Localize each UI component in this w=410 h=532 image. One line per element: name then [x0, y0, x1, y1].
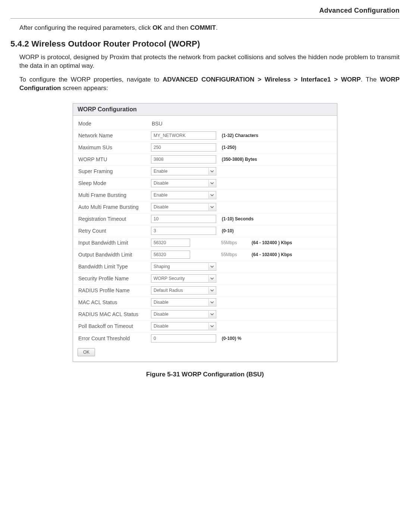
- select-sec-profile[interactable]: WORP Security: [151, 274, 216, 283]
- intro-ok-bold: OK: [152, 24, 162, 31]
- label-reg-timeout: Registration Timeout: [78, 214, 151, 223]
- row-sec-profile: Security Profile Name WORP Security: [73, 273, 337, 285]
- row-amfb: Auto Multi Frame Bursting Disable: [73, 201, 337, 213]
- intro-text-e: .: [216, 24, 218, 31]
- input-reg-timeout[interactable]: [151, 215, 216, 223]
- row-mfb: Multi Frame Bursting Enable: [73, 189, 337, 201]
- select-poll-backoff-value: Disable: [154, 324, 168, 329]
- select-bw-type[interactable]: Shaping: [151, 262, 216, 271]
- select-amfb[interactable]: Disable: [151, 203, 216, 211]
- nav-text-c: . The: [361, 76, 380, 83]
- label-radius-profile: RADIUS Profile Name: [78, 286, 151, 295]
- label-mode: Mode: [78, 119, 151, 128]
- chevron-down-icon: [208, 287, 215, 294]
- worp-config-panel: WORP Configuration Mode BSU Network Name…: [73, 103, 337, 362]
- label-radius-mac-acl: RADIUS MAC ACL Status: [78, 310, 151, 319]
- intro-commit-bold: COMMIT: [190, 24, 216, 31]
- input-out-bw[interactable]: [151, 251, 190, 259]
- intro-text-a: After configuring the required parameter…: [19, 24, 152, 31]
- label-sec-profile: Security Profile Name: [78, 274, 151, 283]
- row-bw-type: Bandwidth Limit Type Shaping: [73, 261, 337, 273]
- row-radius-mac-acl: RADIUS MAC ACL Status Disable: [73, 309, 337, 321]
- hint-out-bw: (64 - 102400 ) Kbps: [248, 252, 332, 257]
- worp-description: WORP is protocol, designed by Proxim tha…: [10, 53, 400, 70]
- chevron-down-icon: [208, 323, 215, 329]
- select-radius-profile[interactable]: Default Radius: [151, 286, 216, 294]
- header-divider: [10, 18, 400, 19]
- select-mfb[interactable]: Enable: [151, 191, 216, 199]
- panel-title: WORP Configuration: [73, 103, 337, 116]
- label-super-framing: Super Framing: [78, 167, 151, 176]
- label-in-bw: Input Bandwidth Limit: [78, 238, 151, 247]
- row-mode: Mode BSU: [73, 118, 337, 130]
- label-mac-acl: MAC ACL Status: [78, 298, 151, 307]
- chevron-down-icon: [208, 168, 215, 175]
- section-heading-5-4-2: 5.4.2 Wireless Outdoor Router Protocol (…: [10, 39, 400, 49]
- chevron-down-icon: [208, 180, 215, 187]
- label-bw-type: Bandwidth Limit Type: [78, 262, 151, 271]
- select-radius-profile-value: Default Radius: [154, 288, 183, 293]
- intro-paragraph: After configuring the required parameter…: [10, 24, 400, 32]
- input-retry-count[interactable]: [151, 227, 216, 235]
- select-radius-mac-acl[interactable]: Disable: [151, 310, 216, 318]
- hint-err-thresh: (0-100) %: [218, 336, 332, 341]
- intro-text-c: and then: [162, 24, 190, 31]
- select-mfb-value: Enable: [154, 192, 167, 198]
- select-mac-acl-value: Disable: [154, 300, 168, 305]
- input-max-sus[interactable]: [151, 143, 216, 152]
- panel-body: Mode BSU Network Name (1-32) Characters …: [73, 116, 337, 361]
- figure-caption: Figure 5-31 WORP Configuration (BSU): [10, 371, 400, 378]
- label-network-name: Network Name: [78, 131, 151, 140]
- chevron-down-icon: [208, 204, 215, 210]
- label-out-bw: Output Bandwidth Limit: [78, 250, 151, 259]
- select-super-framing[interactable]: Enable: [151, 167, 216, 175]
- label-poll-backoff: Poll Backoff on Timeout: [78, 322, 151, 331]
- select-radius-mac-acl-value: Disable: [154, 312, 168, 317]
- input-in-bw[interactable]: [151, 239, 190, 247]
- row-max-sus: Maximum SUs (1-250): [73, 142, 337, 154]
- extra-out-bw: 55Mbps: [218, 252, 248, 257]
- row-err-thresh: Error Count Threshold (0-100) %: [73, 332, 337, 344]
- chevron-down-icon: [208, 299, 215, 306]
- select-bw-type-value: Shaping: [154, 264, 170, 269]
- chevron-down-icon: [208, 311, 215, 318]
- chevron-down-icon: [208, 192, 215, 198]
- select-sleep-mode[interactable]: Disable: [151, 179, 216, 187]
- input-worp-mtu[interactable]: [151, 155, 216, 163]
- nav-text-e: screen appears:: [61, 85, 108, 92]
- chevron-down-icon: [208, 263, 215, 270]
- row-out-bw: Output Bandwidth Limit 55Mbps (64 - 1024…: [73, 249, 337, 261]
- row-in-bw: Input Bandwidth Limit 55Mbps (64 - 10240…: [73, 237, 337, 249]
- hint-network-name: (1-32) Characters: [218, 133, 332, 138]
- select-poll-backoff[interactable]: Disable: [151, 322, 216, 330]
- input-err-thresh[interactable]: [151, 334, 216, 343]
- label-amfb: Auto Multi Frame Bursting: [78, 203, 151, 211]
- hint-max-sus: (1-250): [218, 145, 332, 150]
- row-mac-acl: MAC ACL Status Disable: [73, 297, 337, 309]
- label-err-thresh: Error Count Threshold: [78, 334, 151, 343]
- row-network-name: Network Name (1-32) Characters: [73, 130, 337, 142]
- row-worp-mtu: WORP MTU (350-3808) Bytes: [73, 154, 337, 166]
- hint-reg-timeout: (1-10) Seconds: [218, 216, 332, 222]
- select-mac-acl[interactable]: Disable: [151, 298, 216, 306]
- page-header-title: Advanced Configuration: [10, 7, 400, 18]
- label-sleep-mode: Sleep Mode: [78, 179, 151, 188]
- chevron-down-icon: [208, 275, 215, 282]
- extra-in-bw: 55Mbps: [218, 240, 248, 245]
- ok-button[interactable]: OK: [78, 348, 95, 356]
- select-sec-profile-value: WORP Security: [154, 276, 185, 281]
- buttons-row: OK: [73, 344, 337, 356]
- row-radius-profile: RADIUS Profile Name Default Radius: [73, 285, 337, 297]
- label-max-sus: Maximum SUs: [78, 143, 151, 152]
- row-retry-count: Retry Count (0-10): [73, 225, 337, 237]
- row-reg-timeout: Registration Timeout (1-10) Seconds: [73, 213, 337, 225]
- row-super-framing: Super Framing Enable: [73, 166, 337, 178]
- input-network-name[interactable]: [151, 131, 216, 140]
- row-sleep-mode: Sleep Mode Disable: [73, 178, 337, 189]
- label-worp-mtu: WORP MTU: [78, 155, 151, 164]
- value-mode: BSU: [151, 119, 163, 128]
- figure-container: WORP Configuration Mode BSU Network Name…: [10, 103, 400, 362]
- label-retry-count: Retry Count: [78, 226, 151, 235]
- hint-retry-count: (0-10): [218, 228, 332, 233]
- select-sleep-mode-value: Disable: [154, 181, 168, 186]
